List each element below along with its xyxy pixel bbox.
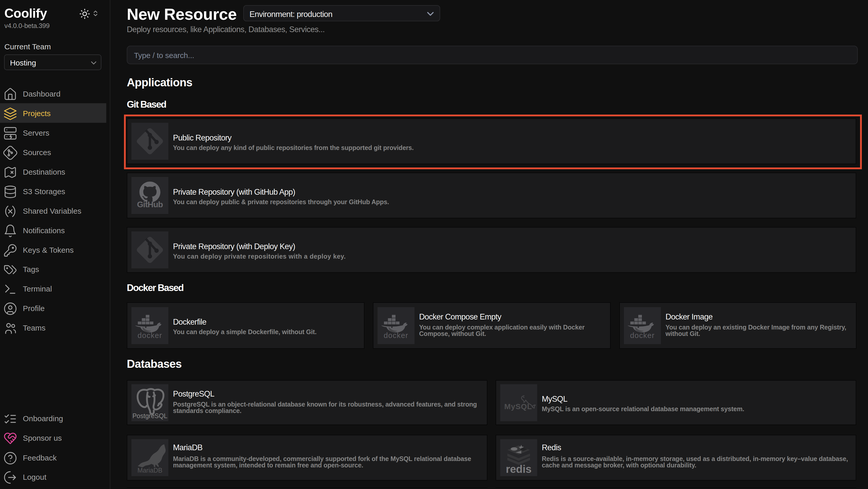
svg-text:MariaDB: MariaDB — [137, 467, 162, 474]
svg-text:MySQL: MySQL — [504, 402, 532, 411]
svg-text:redis: redis — [506, 463, 531, 475]
svg-text:docker: docker — [384, 331, 408, 340]
svg-text:GitHub: GitHub — [137, 200, 163, 209]
svg-text:docker: docker — [630, 331, 655, 340]
svg-text:PostgreSQL: PostgreSQL — [132, 412, 167, 420]
svg-text:docker: docker — [137, 331, 162, 340]
